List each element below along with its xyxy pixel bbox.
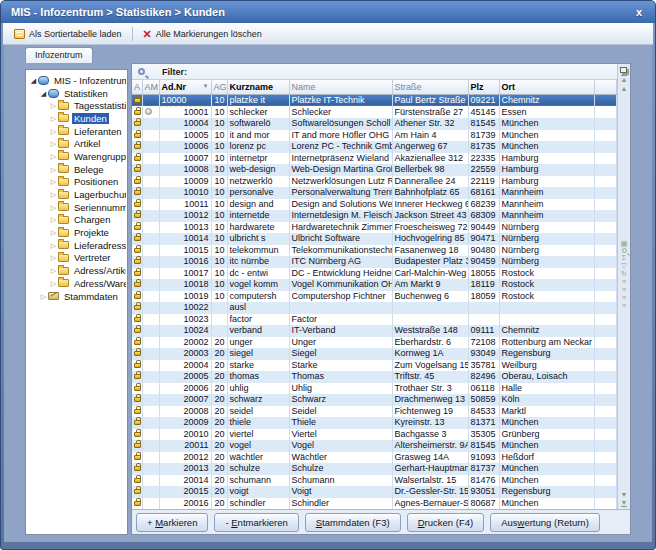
tree-item-lagerbuchungen[interactable]: ▷ Lagerbuchungen (27, 188, 126, 201)
sum-icon[interactable]: Σ (622, 254, 626, 261)
action-button-entmarkieren[interactable]: - Entmarkieren (214, 513, 298, 532)
expander-icon[interactable]: ▷ (49, 152, 58, 161)
column-header-adnr[interactable]: Ad.Nr▼ (159, 80, 211, 94)
column-list-icon[interactable]: ≡ (622, 302, 626, 309)
tree-item-mis-infozentrum[interactable]: ◢ MIS - Infozentrum (27, 74, 126, 87)
table-row[interactable]: 20010 20 viertel Viertel Bachgasse 3 353… (132, 429, 617, 441)
table-row[interactable]: 20004 20 starke Starke Zum Vogelsang 15 … (132, 360, 617, 372)
expander-icon[interactable]: ▷ (49, 114, 58, 123)
tree-item-positionen[interactable]: ▷ Positionen (27, 176, 126, 189)
expander-icon[interactable]: ▷ (49, 241, 58, 250)
table-row[interactable]: 10013 10 hardwarete Hardwaretechnik Zimm… (132, 222, 617, 234)
expander-icon[interactable]: ▷ (49, 177, 58, 186)
window-titlebar[interactable]: MIS - Infozentrum > Statistiken > Kunden… (1, 1, 655, 23)
action-button-stammdaten-f3[interactable]: Stammdaten (F3) (305, 513, 401, 532)
column-header-am[interactable]: AM (142, 80, 159, 94)
table-row[interactable]: 10009 10 netzwerklö Netzwerklösungen Lut… (132, 176, 617, 188)
tree-item-lieferadressen[interactable]: ▷ Lieferadressen (27, 239, 126, 252)
grid-view-icon[interactable]: ▦ (621, 240, 628, 247)
expander-icon[interactable]: ▷ (39, 292, 48, 301)
tree-item-adress-warengruppen[interactable]: ▷ Adress/Warengruppen (27, 277, 126, 290)
table-row[interactable]: 20005 20 thomas Thomas Triftstr. 45 8249… (132, 371, 617, 383)
tree-item-belege[interactable]: ▷ Belege (27, 163, 126, 176)
table-row[interactable]: 10008 10 web-design Web-Design Martina G… (132, 164, 617, 176)
column-list-icon[interactable]: ≡ (622, 294, 626, 301)
tree-item-vertreter[interactable]: ▷ Vertreter (27, 252, 126, 265)
table-row[interactable]: 20011 20 vogel Vogel Altersheimerstr. 9A… (132, 440, 617, 452)
table-row[interactable]: 10022 ausl (132, 302, 617, 314)
column-header-ort[interactable]: Ort (499, 80, 594, 94)
expander-icon[interactable]: ◢ (29, 76, 38, 85)
table-row[interactable]: 10005 10 it and mor IT and more Höfler O… (132, 130, 617, 142)
column-header-name[interactable]: Name (289, 80, 392, 94)
table-row[interactable]: 20013 20 schulze Schulze Gerhart-Hauptma… (132, 463, 617, 475)
refresh-icon[interactable]: ↻ (621, 270, 627, 277)
table-row[interactable]: 10023 factor Factor (132, 314, 617, 326)
table-row[interactable]: 10010 10 personalve Personalverwaltung T… (132, 187, 617, 199)
column-list-icon[interactable]: ≡ (622, 278, 626, 285)
tab-infozentrum[interactable]: Infozentrum (25, 47, 93, 63)
search-icon[interactable] (622, 248, 627, 253)
table-row[interactable]: 10006 10 lorenz pc Lorenz PC - Technik G… (132, 141, 617, 153)
expander-icon[interactable]: ▷ (49, 203, 58, 212)
column-header-a[interactable]: A (132, 80, 142, 94)
table-row[interactable]: 20014 20 schumann Schumann Walsertalstr.… (132, 475, 617, 487)
expander-icon[interactable]: ▷ (49, 215, 58, 224)
expander-icon[interactable]: ▷ (49, 228, 58, 237)
table-row[interactable]: 10001 10 schlecker Schlecker Fürstenstra… (132, 106, 617, 118)
filter-icon[interactable]: ▽ (621, 262, 626, 269)
expander-icon[interactable]: ◢ (39, 89, 48, 98)
expander-icon[interactable]: ▷ (49, 127, 58, 136)
table-row[interactable]: 10014 10 ulbricht s Ulbricht Software Ho… (132, 233, 617, 245)
table-row[interactable]: 20009 20 thiele Thiele Kyreinstr. 13 813… (132, 417, 617, 429)
table-row[interactable]: 10004 10 softwarelö Softwarelösungen Sch… (132, 118, 617, 130)
tree-item-artikel[interactable]: ▷ Artikel (27, 137, 126, 150)
table-row[interactable]: 20003 20 siegel Siegel Kornweg 1A 93049 … (132, 348, 617, 360)
tree-item-projekte[interactable]: ▷ Projekte (27, 226, 126, 239)
table-row[interactable]: 10017 10 dc - entwi DC - Entwicklung Hei… (132, 268, 617, 280)
tree-item-adress-artikel[interactable]: ▷ Adress/Artikel (27, 264, 126, 277)
tree-item-kunden[interactable]: ▷ Kunden (27, 112, 126, 125)
column-list-icon[interactable]: ≡ (622, 286, 626, 293)
column-header-kurzname[interactable]: Kurzname (227, 80, 289, 94)
table-row[interactable]: 10015 10 telekommun Telekommunikationste… (132, 245, 617, 257)
table-row[interactable]: 10007 10 internetpr Internetpräsenz Wiel… (132, 153, 617, 165)
scroll-bottom-icon[interactable]: ▼ (621, 499, 628, 507)
expander-icon[interactable]: ▷ (49, 101, 58, 110)
table-row[interactable]: 20008 20 seidel Seidel Fichtenweg 19 845… (132, 406, 617, 418)
expander-icon[interactable]: ▷ (49, 266, 58, 275)
action-button-auswertung-return[interactable]: Auswertung (Return) (490, 513, 600, 532)
column-header-ag[interactable]: AG (211, 80, 227, 94)
table-row[interactable]: 20006 20 uhlig Uhlig Trothaer Str. 3 061… (132, 383, 617, 395)
table-row[interactable]: 20015 20 voigt Voigt Dr.-Gessler-Str. 15… (132, 486, 617, 498)
tree-item-chargen[interactable]: ▷ Chargen (27, 214, 126, 227)
load-sorttable-button[interactable]: Als Sortiertabelle laden (8, 27, 128, 41)
expander-icon[interactable]: ▷ (49, 279, 58, 288)
table-row[interactable]: 10012 10 internetde Internetdesign M. Fl… (132, 210, 617, 222)
action-button-markieren[interactable]: + Markieren (136, 513, 208, 532)
select-columns-icon[interactable] (620, 67, 627, 73)
action-button-drucken-f4[interactable]: Drucken (F4) (407, 513, 484, 532)
table-row[interactable]: 10000 10 platzke it Platzke IT-Technik P… (132, 94, 617, 106)
filter-row[interactable]: Filter: (132, 64, 617, 80)
scroll-down-icon[interactable]: ▼ (621, 491, 628, 498)
tree-item-stammdaten[interactable]: ▷ Stammdaten (27, 290, 126, 303)
scrollbar-rail[interactable]: ▲▲ ▦Σ▽↻≡≡≡≡ ▼▼ (617, 64, 630, 509)
table-row[interactable]: 10019 10 computersh Computershop Fichtne… (132, 291, 617, 303)
scroll-up-icon[interactable]: ▲ (621, 85, 628, 92)
scroll-top-icon[interactable]: ▲ (621, 75, 628, 83)
expander-icon[interactable]: ▷ (49, 190, 58, 199)
tree-item-tagesstatistik[interactable]: ▷ Tagesstatistik (27, 99, 126, 112)
close-button[interactable]: x (633, 6, 645, 18)
expander-icon[interactable]: ▷ (49, 165, 58, 174)
table-row[interactable]: 20016 20 schindler Schindler Agnes-Berna… (132, 498, 617, 510)
tree-item-statistiken[interactable]: ◢ Statistiken (27, 87, 126, 100)
expander-icon[interactable]: ▷ (49, 253, 58, 262)
column-header-strasse[interactable]: Straße (392, 80, 468, 94)
table-row[interactable]: 10018 10 vogel komm Vogel Kommunikation … (132, 279, 617, 291)
table-row[interactable]: 10016 10 itc nürnbe ITC Nürnberg AG Buda… (132, 256, 617, 268)
table-row[interactable]: 10024 verband IT-Verband Weststraße 148 … (132, 325, 617, 337)
table-row[interactable]: 20002 20 unger Unger Eberhardstr. 6 7210… (132, 337, 617, 349)
table-row[interactable]: 20012 20 wächtler Wächtler Grasweg 14A 9… (132, 452, 617, 464)
column-header-plz[interactable]: Plz (468, 80, 499, 94)
